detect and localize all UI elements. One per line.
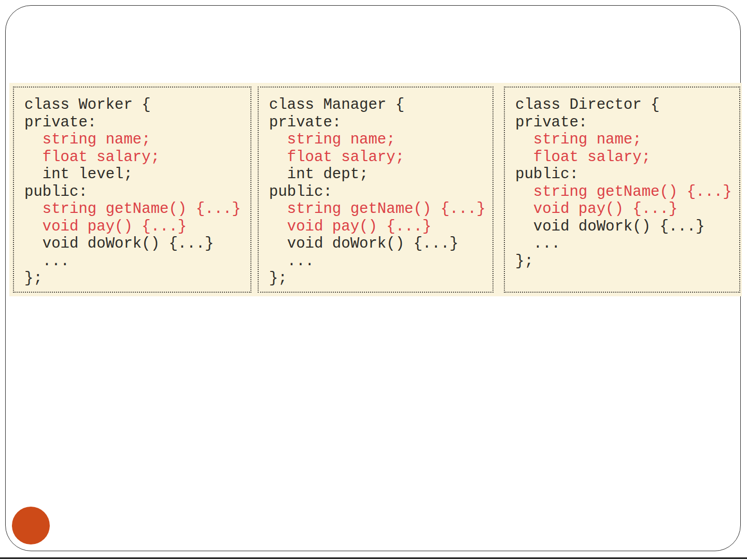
bottom-divider-line (0, 557, 747, 559)
code-line: private: (515, 114, 732, 132)
code-line: private: (24, 114, 243, 132)
code-line: void doWork() {...} (24, 235, 243, 253)
code-line: class Manager { (269, 96, 485, 114)
code-line: int dept; (269, 166, 485, 183)
code-line: float salary; (515, 149, 732, 166)
orange-bullet-circle (12, 507, 50, 544)
code-line: }; (24, 270, 243, 288)
code-line: }; (515, 253, 732, 270)
code-line: string name; (515, 131, 732, 149)
code-line: void pay() {...} (24, 218, 243, 236)
code-line: void doWork() {...} (515, 218, 732, 236)
code-line: int level; (24, 166, 243, 183)
code-box-worker: class Worker {private: string name; floa… (13, 87, 251, 293)
code-line: public: (269, 183, 485, 201)
slide: class Worker {private: string name; floa… (0, 0, 747, 560)
code-line: void doWork() {...} (269, 235, 485, 253)
code-line: class Worker { (24, 96, 243, 114)
code-line: private: (269, 114, 485, 132)
code-line: string getName() {...} (269, 200, 485, 218)
code-box-director: class Director {private: string name; fl… (504, 87, 740, 293)
code-line: string name; (24, 131, 243, 149)
code-line: class Director { (515, 96, 732, 114)
code-line: public: (515, 166, 732, 183)
code-line: float salary; (269, 149, 485, 166)
code-box-manager: class Manager {private: string name; flo… (258, 87, 494, 293)
code-line: string name; (269, 131, 485, 149)
code-line: ... (24, 253, 243, 270)
code-line: float salary; (24, 149, 243, 166)
code-line: void pay() {...} (515, 200, 732, 218)
code-line: }; (269, 270, 485, 288)
code-line: ... (515, 235, 732, 253)
code-line: string getName() {...} (515, 183, 732, 201)
code-line: string getName() {...} (24, 200, 243, 218)
code-line: void pay() {...} (269, 218, 485, 236)
code-line: ... (269, 253, 485, 270)
code-line: public: (24, 183, 243, 201)
